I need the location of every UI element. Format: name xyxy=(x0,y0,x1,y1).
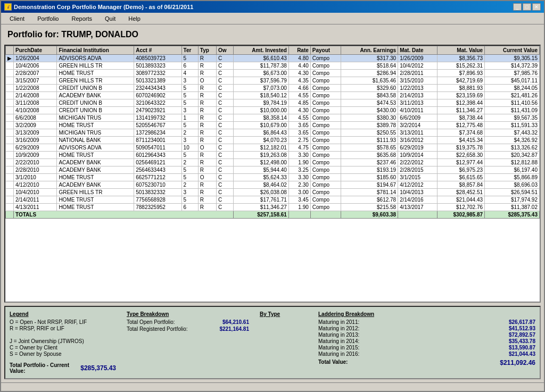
table-row[interactable]: 10/9/2009HOME TRUST60129643435RC$19,263.… xyxy=(6,152,540,159)
table-row[interactable]: 3/16/2009NATIONAL BANK87112340013RC$4,07… xyxy=(6,137,540,144)
cell-curval: $45,017.11 xyxy=(485,77,540,85)
cell-institution: HOME TRUST xyxy=(57,196,134,204)
table-row[interactable]: 4/13/2011HOME TRUST78823259526RC$11,346.… xyxy=(6,204,540,211)
cell-amt: $5,624.33 xyxy=(234,174,289,181)
cell-purchdate: 3/15/2007 xyxy=(14,77,57,85)
cell-purchdate: 3/13/2009 xyxy=(14,129,57,137)
cell-amt: $4,070.23 xyxy=(234,137,289,144)
cell-ow: C xyxy=(217,159,234,166)
menu-reports[interactable]: Reports xyxy=(65,14,98,23)
cell-acct: 2564633443 xyxy=(134,166,181,174)
cell-institution: GREEN HILLS TR xyxy=(57,77,134,85)
cell-ter: 3 xyxy=(181,137,198,144)
table-row[interactable]: 2/14/2011HOME TRUST77565689285RC$17,761.… xyxy=(6,196,540,204)
cell-rate: 3.30 xyxy=(288,152,310,159)
content-area: Portfolio for: TRUMP, DONALDO PurchDate … xyxy=(1,24,544,382)
table-row[interactable]: 3/11/2008CREDIT UNION B32106433225RC$9,7… xyxy=(6,99,540,107)
cell-typ: R xyxy=(198,92,216,99)
table-row[interactable]: 4/10/2008CREDIT UNION B24790239213RC$10,… xyxy=(6,107,540,114)
totals-indicator xyxy=(6,211,14,219)
legend-section: Legend O = Open - Not RRSP, RRIF, LIF R … xyxy=(10,311,116,374)
cell-rate: 4.40 xyxy=(288,62,310,70)
cell-ter: 5 xyxy=(181,196,198,204)
cell-rate: 4.66 xyxy=(288,85,310,92)
col-typ: Typ xyxy=(198,46,216,55)
cell-earnings: $781.14 xyxy=(341,189,398,196)
menu-client[interactable]: Client xyxy=(3,14,31,23)
table-row[interactable]: 1/22/2008CREDIT UNION B23244343435RC$7,0… xyxy=(6,85,540,92)
legend-title: Legend xyxy=(10,311,116,317)
cell-earnings: $111.93 xyxy=(341,137,398,144)
cell-amt: $12,498.00 xyxy=(234,159,289,166)
ladder-label-3: Maturing in 2014: xyxy=(318,338,359,344)
cell-amt: $6,673.00 xyxy=(234,70,289,77)
cell-payout: Compo xyxy=(310,204,341,211)
cell-earnings: $329.60 xyxy=(341,85,398,92)
table-row[interactable]: 3/1/2010HOME TRUST66257712125OC$5,624.33… xyxy=(6,174,540,181)
table-row[interactable]: 2/28/2010ACADEMY BANK25646334435RC$5,944… xyxy=(6,166,540,174)
table-row[interactable]: 10/4/2006GREEN HILLS TR50138933236RC$11,… xyxy=(6,62,540,70)
table-row[interactable]: 3/2/2009HOME TRUST52055467675RC$10,679.0… xyxy=(6,122,540,129)
table-row[interactable]: 3/13/2009MICHIGAN TRUS13729862342RC$6,86… xyxy=(6,129,540,137)
total-value-row: Total Value: $211,092.46 xyxy=(318,359,535,366)
table-row[interactable]: ▶1/26/2004ADVISORS ADVA40850397235RC$6,6… xyxy=(6,55,540,62)
cell-curval: $9,567.35 xyxy=(485,114,540,122)
ladder-row-3: Maturing in 2014:$35,433.78 xyxy=(318,338,535,344)
cell-acct: 7882325952 xyxy=(134,204,181,211)
portfolio-table-container[interactable]: PurchDate Financial Institution Acct # T… xyxy=(4,45,541,303)
cell-typ: R xyxy=(198,181,216,189)
menu-portfolio[interactable]: Portfolio xyxy=(31,14,65,23)
cell-earnings: $578.65 xyxy=(341,144,398,152)
close-button[interactable]: ✕ xyxy=(532,3,541,11)
row-indicator xyxy=(6,85,14,92)
cell-acct: 4085039723 xyxy=(134,55,181,62)
table-row[interactable]: 3/15/2007GREEN HILLS TR50133213893OC$37,… xyxy=(6,77,540,85)
cell-acct: 2479023921 xyxy=(134,107,181,114)
col-curval: Current Value xyxy=(485,46,540,55)
cell-ter: 3 xyxy=(181,77,198,85)
row-indicator xyxy=(6,181,14,189)
col-rate: Rate xyxy=(288,46,310,55)
table-row[interactable]: 6/6/2008MICHIGAN TRUS13141997321RC$8,358… xyxy=(6,114,540,122)
cell-payout: Compo xyxy=(310,181,341,189)
cell-earnings: $635.68 xyxy=(341,152,398,159)
table-row[interactable]: 10/4/2010GREEN HILLS TR50138323323RC$26,… xyxy=(6,189,540,196)
minimize-button[interactable]: _ xyxy=(513,3,522,11)
cell-matval: $4,415.34 xyxy=(437,137,484,144)
status-bar xyxy=(1,382,544,391)
cell-amt: $6,864.43 xyxy=(234,129,289,137)
ladder-row-0: Maturing in 2011:$26,617.87 xyxy=(318,319,535,325)
menu-help[interactable]: Help xyxy=(122,14,147,23)
cell-payout: Compo xyxy=(310,166,341,174)
cell-curval: $6,197.40 xyxy=(485,166,540,174)
cell-institution: MICHIGAN TRUS xyxy=(57,129,134,137)
cell-curval: $7,985.76 xyxy=(485,70,540,77)
cell-institution: ADVISORS ADVA xyxy=(57,55,134,62)
cell-matval: $8,881.93 xyxy=(437,85,484,92)
cell-curval: $14,372.39 xyxy=(485,62,540,70)
table-row[interactable]: 4/12/2010ACADEMY BANK60752307102RC$8,464… xyxy=(6,181,540,189)
cell-typ: R xyxy=(198,62,216,70)
cell-acct: 7756568928 xyxy=(134,196,181,204)
maximize-button[interactable]: □ xyxy=(523,3,531,11)
cell-payout: Compo xyxy=(310,144,341,152)
cell-payout: Compo xyxy=(310,55,341,62)
totals-matdate xyxy=(398,211,437,219)
table-row[interactable]: 2/28/2007HOME TRUST30897723324RC$6,673.0… xyxy=(6,70,540,77)
menu-quit[interactable]: Quit xyxy=(98,14,122,23)
table-row[interactable]: 6/29/2009ADVISORS ADVA509054701110OC$12,… xyxy=(6,144,540,152)
breakdown-value-1: $221,164.81 xyxy=(219,326,249,332)
cell-matval: $6,975.23 xyxy=(437,166,484,174)
cell-typ: R xyxy=(198,189,216,196)
cell-ow: C xyxy=(217,77,234,85)
cell-amt: $19,263.08 xyxy=(234,152,289,159)
cell-rate: 4.55 xyxy=(288,114,310,122)
col-earnings: Ann. Earnings xyxy=(341,46,398,55)
table-row[interactable]: 2/14/2008ACADEMY BANK60702469025RC$18,54… xyxy=(6,92,540,99)
cell-acct: 0256469121 xyxy=(134,159,181,166)
row-indicator xyxy=(6,204,14,211)
table-row[interactable]: 2/22/2010ACADEMY BANK02564691212RC$12,49… xyxy=(6,159,540,166)
cell-matdate: 4/10/2011 xyxy=(398,107,437,114)
legend-item-1: R = RRSP, RRIF or LIF xyxy=(10,326,116,331)
cell-ow: C xyxy=(217,166,234,174)
